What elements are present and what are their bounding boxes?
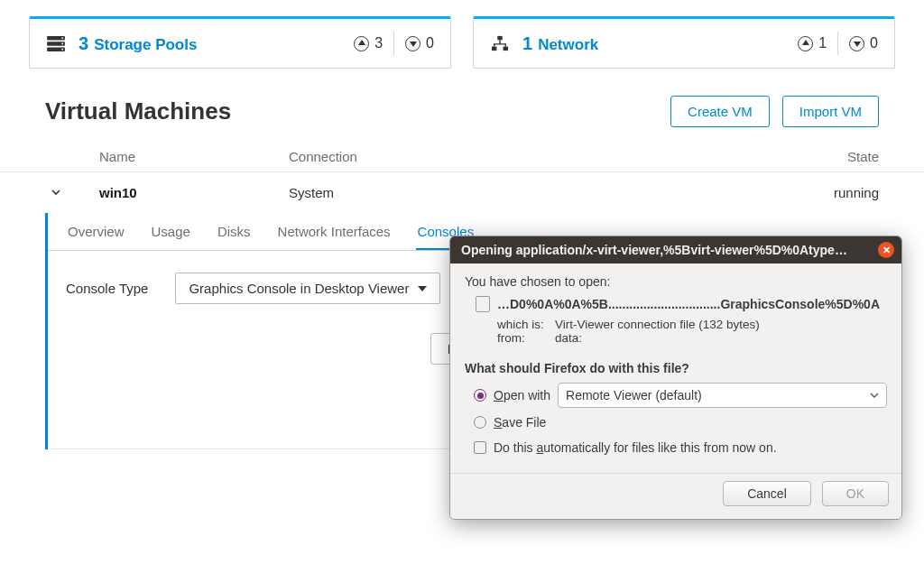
page-title: Virtual Machines xyxy=(45,97,231,125)
download-dialog: Opening application/x-virt-viewer,%5Bvir… xyxy=(449,236,902,520)
network-card[interactable]: 1Network 1 0 xyxy=(473,16,895,69)
storage-pools-count: 3 xyxy=(79,33,88,53)
svg-rect-6 xyxy=(497,36,502,41)
storage-up-stat: 3 xyxy=(354,35,383,51)
network-title: 1Network xyxy=(522,33,598,54)
arrow-down-circle-icon xyxy=(405,36,420,51)
file-icon xyxy=(476,296,490,312)
open-with-app-value: Remote Viewer (default) xyxy=(566,388,702,402)
network-down-stat: 0 xyxy=(849,35,878,51)
save-file-row[interactable]: Save File xyxy=(474,415,887,430)
col-header-connection: Connection xyxy=(289,149,807,164)
vm-section-header: Virtual Machines Create VM Import VM xyxy=(0,69,924,136)
chevron-down-icon xyxy=(418,286,427,291)
console-type-label: Console Type xyxy=(66,281,148,296)
chevron-down-icon xyxy=(870,388,879,402)
vm-table-header: Name Connection State xyxy=(0,136,924,172)
console-type-select[interactable]: Graphics Console in Desktop Viewer xyxy=(175,273,440,304)
arrow-up-circle-icon xyxy=(354,36,369,51)
ok-button[interactable]: OK xyxy=(822,481,889,506)
tab-network-interfaces[interactable]: Network Interfaces xyxy=(276,213,393,250)
storage-pools-title: 3Storage Pools xyxy=(79,33,197,54)
vm-state: running xyxy=(807,185,879,200)
dialog-which-is: which is:Virt-Viewer connection file (13… xyxy=(497,318,887,331)
open-with-app-select[interactable]: Remote Viewer (default) xyxy=(558,383,887,408)
dialog-filename-row: …D0%0A%0A%5B............................… xyxy=(476,296,887,312)
vm-connection: System xyxy=(289,185,807,200)
create-vm-button[interactable]: Create VM xyxy=(670,96,770,127)
col-header-state: State xyxy=(807,149,879,164)
storage-down-stat: 0 xyxy=(405,35,434,51)
auto-checkbox-row[interactable]: Do this automatically for files like thi… xyxy=(474,440,887,455)
vm-row[interactable]: win10 System running xyxy=(0,172,924,213)
import-vm-button[interactable]: Import VM xyxy=(782,96,879,127)
auto-checkbox[interactable] xyxy=(474,441,486,454)
dialog-title: Opening application/x-virt-viewer,%5Bvir… xyxy=(461,243,847,257)
storage-icon xyxy=(46,35,66,51)
summary-cards: 3Storage Pools 3 0 1Network 1 0 xyxy=(0,0,924,69)
dialog-titlebar[interactable]: Opening application/x-virt-viewer,%5Bvir… xyxy=(450,236,901,264)
svg-point-3 xyxy=(61,37,63,39)
svg-point-5 xyxy=(61,49,63,51)
arrow-down-circle-icon xyxy=(849,36,864,51)
tab-overview[interactable]: Overview xyxy=(66,213,126,250)
network-icon xyxy=(490,35,510,51)
arrow-up-circle-icon xyxy=(798,36,813,51)
save-file-radio[interactable] xyxy=(474,416,486,429)
tab-disks[interactable]: Disks xyxy=(216,213,253,250)
cancel-button[interactable]: Cancel xyxy=(723,481,811,506)
vm-name: win10 xyxy=(99,185,289,200)
open-with-radio[interactable] xyxy=(474,389,486,402)
expand-toggle[interactable] xyxy=(51,185,61,200)
open-with-label: Open with xyxy=(494,388,550,402)
console-type-value: Graphics Console in Desktop Viewer xyxy=(189,281,409,296)
svg-point-4 xyxy=(61,43,63,45)
dialog-from: from:data: xyxy=(497,331,887,345)
auto-label: Do this automatically for files like thi… xyxy=(494,440,777,455)
dialog-question: What should Firefox do with this file? xyxy=(465,361,887,375)
close-icon[interactable]: ✕ xyxy=(878,242,894,258)
dialog-filename: …D0%0A%0A%5B............................… xyxy=(497,297,880,311)
storage-pools-card[interactable]: 3Storage Pools 3 0 xyxy=(29,16,451,69)
network-up-stat: 1 xyxy=(798,35,827,51)
network-count: 1 xyxy=(522,33,532,53)
svg-rect-8 xyxy=(504,47,508,51)
svg-rect-7 xyxy=(492,47,496,51)
col-header-name: Name xyxy=(99,149,289,164)
dialog-intro-text: You have chosen to open: xyxy=(465,274,887,289)
open-with-row[interactable]: Open with Remote Viewer (default) xyxy=(474,383,887,408)
save-file-label: Save File xyxy=(494,415,546,430)
tab-usage[interactable]: Usage xyxy=(150,213,192,250)
